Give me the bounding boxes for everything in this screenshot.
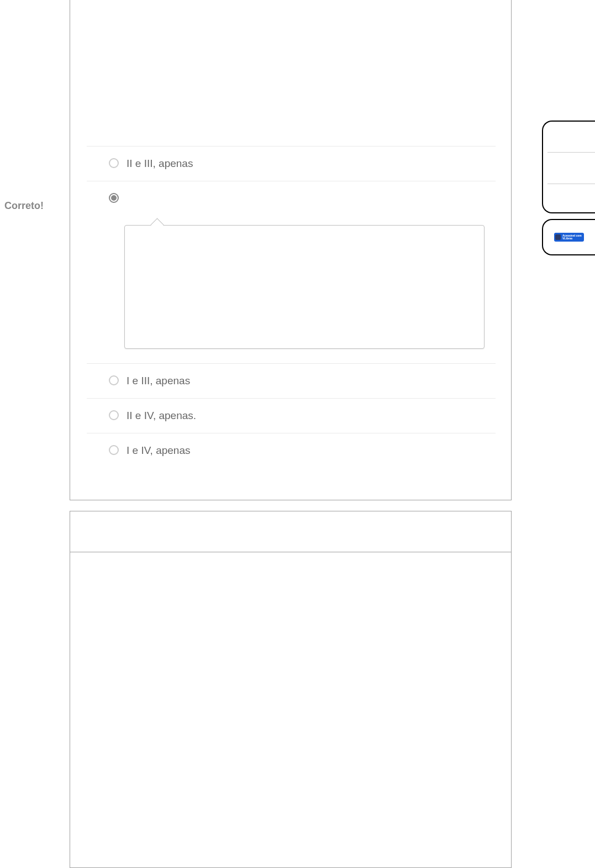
- answer-option[interactable]: I e III, apenas: [87, 363, 496, 398]
- divider: [547, 152, 595, 153]
- radio-unselected-icon: [109, 158, 119, 168]
- vlibras-badge: Acessível com VLibras: [554, 233, 584, 242]
- answer-option[interactable]: II e III, apenas: [87, 146, 496, 181]
- answer-label: II e III, apenas: [127, 158, 193, 170]
- answer-label: I e III, apenas: [127, 375, 190, 387]
- question-card: II e III, apenas I e III, apenas II e IV…: [70, 0, 512, 500]
- accessibility-widget[interactable]: Acessível com VLibras: [542, 219, 595, 255]
- vlibras-icon: [555, 234, 561, 240]
- answers-list: II e III, apenas I e III, apenas II e IV…: [87, 146, 496, 468]
- next-question-card: [70, 511, 512, 868]
- sidebar-tool-panel[interactable]: [542, 121, 595, 213]
- divider: [547, 184, 595, 184]
- answer-option-selected[interactable]: [87, 181, 496, 363]
- answer-label: I e IV, apenas: [127, 445, 191, 457]
- radio-unselected-icon: [109, 445, 119, 455]
- next-question-header: [70, 511, 511, 552]
- explanation-tooltip: [124, 225, 485, 349]
- answer-label: II e IV, apenas.: [127, 410, 196, 422]
- radio-unselected-icon: [109, 375, 119, 385]
- radio-selected-icon: [109, 193, 119, 203]
- answer-option[interactable]: II e IV, apenas.: [87, 398, 496, 433]
- badge-text-line2: VLibras: [562, 237, 582, 240]
- radio-unselected-icon: [109, 410, 119, 420]
- answer-option[interactable]: I e IV, apenas: [87, 433, 496, 468]
- feedback-correct-label: Correto!: [4, 200, 44, 212]
